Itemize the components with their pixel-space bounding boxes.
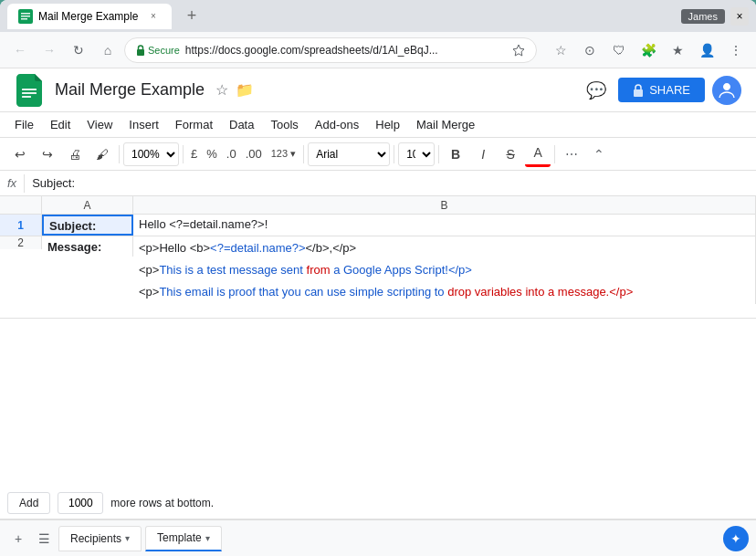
- explore-btn[interactable]: ✦: [723, 526, 749, 551]
- bold-btn[interactable]: B: [443, 142, 468, 167]
- add-row-area: Add more rows at bottom.: [0, 487, 756, 519]
- zoom-select[interactable]: 100%: [123, 142, 179, 166]
- row-number-1[interactable]: 1: [0, 215, 42, 236]
- print-btn[interactable]: 🖨: [62, 142, 88, 167]
- svg-rect-1: [21, 13, 30, 15]
- menu-bar: File Edit View Insert Format Data Tools …: [0, 112, 756, 138]
- menu-format[interactable]: Format: [168, 115, 220, 134]
- bookmark-btn[interactable]: ☆: [548, 37, 573, 63]
- table-row: 1 Subject: Hello <?=detail.name?>!: [0, 215, 756, 236]
- cell-content: <p>Hello <b><?=detail.name?></b>,</p> <p…: [139, 240, 633, 301]
- tab-recipients-label: Recipients: [70, 532, 121, 545]
- reload-btn[interactable]: ↻: [66, 37, 91, 63]
- lock-share-icon: [633, 84, 644, 97]
- svg-rect-6: [22, 89, 37, 90]
- shield-icon-btn[interactable]: 🛡: [606, 37, 632, 63]
- font-select[interactable]: Arial: [308, 142, 390, 166]
- doc-star-icon[interactable]: ☆: [215, 81, 228, 99]
- menu-edit[interactable]: Edit: [43, 115, 78, 134]
- star-icon[interactable]: [512, 44, 525, 57]
- svg-rect-9: [634, 89, 643, 97]
- sheets-logo: [15, 72, 44, 109]
- home-btn[interactable]: ⌂: [95, 37, 121, 63]
- more-menu-btn[interactable]: ⋮: [723, 37, 749, 63]
- cell-a2[interactable]: Message:: [42, 236, 133, 257]
- svg-rect-8: [22, 96, 31, 98]
- decimal-minus-btn[interactable]: .0: [223, 142, 240, 167]
- add-rows-input[interactable]: [58, 492, 103, 514]
- add-rows-btn[interactable]: Add: [7, 492, 50, 514]
- tab-close-btn[interactable]: ×: [146, 9, 161, 24]
- currency-btn[interactable]: £: [187, 142, 201, 167]
- paint-format-btn[interactable]: 🖌: [89, 142, 115, 167]
- browser-tab[interactable]: Mail Merge Example ×: [7, 4, 172, 29]
- toolbar-divider-1: [119, 145, 120, 163]
- window-close-btn[interactable]: ×: [730, 7, 749, 26]
- comments-btn[interactable]: 💬: [582, 76, 611, 105]
- tab-recipients-dropdown[interactable]: ▾: [125, 533, 130, 543]
- tab-recipients[interactable]: Recipients ▾: [58, 526, 142, 551]
- nav-bar: ← → ↻ ⌂ Secure https://docs.google.com/s…: [0, 32, 756, 68]
- spreadsheet: A B 1 Subject: Hello <?=detail.name?>! 2…: [0, 196, 756, 519]
- tab-template-dropdown[interactable]: ▾: [205, 533, 210, 543]
- col-header-a[interactable]: A: [42, 196, 133, 214]
- menu-view[interactable]: View: [79, 115, 120, 134]
- new-tab-btn[interactable]: +: [179, 4, 205, 29]
- title-bar-right: James ×: [681, 7, 749, 26]
- italic-btn[interactable]: I: [470, 142, 496, 167]
- header-icons: ☆ 📁: [215, 81, 254, 99]
- back-btn[interactable]: ←: [7, 37, 33, 63]
- toolbar: ↩ ↪ 🖨 🖌 100% £ % .0 .00 123 ▾ Arial 10 B: [0, 138, 756, 171]
- menu-tools[interactable]: Tools: [263, 115, 305, 134]
- text-color-btn[interactable]: A: [525, 142, 551, 167]
- sheets-logo-svg: [16, 74, 42, 107]
- menu-mailmerge[interactable]: Mail Merge: [409, 115, 482, 134]
- share-btn[interactable]: SHARE: [618, 78, 705, 102]
- col-header-b[interactable]: B: [133, 196, 756, 214]
- history-btn[interactable]: ⊙: [577, 37, 603, 63]
- menu-help[interactable]: Help: [368, 115, 407, 134]
- table-row: 2 Message: <p>Hello <b><?=detail.name?><…: [0, 236, 756, 319]
- doc-folder-icon[interactable]: 📁: [236, 81, 254, 99]
- svg-marker-5: [513, 45, 524, 56]
- tab-favicon: [18, 9, 33, 24]
- header-right: 💬 SHARE: [582, 76, 741, 105]
- secure-badge: Secure: [136, 45, 180, 56]
- lock-icon: [136, 45, 145, 56]
- cell-a1[interactable]: Subject:: [42, 215, 133, 236]
- menu-file[interactable]: File: [7, 115, 41, 134]
- menu-insert[interactable]: Insert: [121, 115, 166, 134]
- title-bar: Mail Merge Example × + James ×: [0, 0, 756, 32]
- collapse-toolbar-btn[interactable]: ⌃: [586, 142, 612, 167]
- favorites-btn[interactable]: ★: [665, 37, 690, 63]
- percent-btn[interactable]: %: [203, 142, 221, 167]
- user-avatar-btn[interactable]: [712, 76, 741, 105]
- strikethrough-btn[interactable]: S: [498, 142, 523, 167]
- menu-data[interactable]: Data: [222, 115, 261, 134]
- more-options-btn[interactable]: ⋯: [559, 142, 584, 167]
- redo-btn[interactable]: ↪: [35, 142, 60, 167]
- row-number-2[interactable]: 2: [0, 236, 42, 249]
- app-header: Mail Merge Example ☆ 📁 💬 SHARE: [0, 68, 756, 112]
- formula-input[interactable]: [25, 171, 756, 195]
- sheet-rows: 1 Subject: Hello <?=detail.name?>! 2 Mes…: [0, 215, 756, 487]
- profile-btn[interactable]: 👤: [694, 37, 719, 63]
- row-number-header: [0, 196, 42, 214]
- cell-b1[interactable]: Hello <?=detail.name?>!: [133, 215, 756, 236]
- sheet-list-btn[interactable]: ☰: [33, 528, 55, 550]
- forward-btn[interactable]: →: [37, 37, 62, 63]
- tab-template-label: Template: [157, 531, 202, 544]
- undo-btn[interactable]: ↩: [7, 142, 33, 167]
- more-formats-btn[interactable]: 123 ▾: [268, 142, 299, 167]
- add-sheet-btn[interactable]: +: [7, 528, 29, 550]
- extensions-btn[interactable]: 🧩: [635, 37, 661, 63]
- bottom-bar: + ☰ Recipients ▾ Template ▾ ✦: [0, 519, 756, 556]
- menu-addons[interactable]: Add-ons: [308, 115, 366, 134]
- toolbar-divider-2: [183, 145, 184, 163]
- decimal-plus-btn[interactable]: .00: [242, 142, 266, 167]
- svg-rect-3: [21, 18, 27, 20]
- tab-template[interactable]: Template ▾: [145, 526, 222, 551]
- address-bar[interactable]: Secure https://docs.google.com/spreadshe…: [124, 37, 537, 63]
- cell-b2[interactable]: <p>Hello <b><?=detail.name?></b>,</p> <p…: [133, 236, 756, 304]
- font-size-select[interactable]: 10: [398, 142, 435, 166]
